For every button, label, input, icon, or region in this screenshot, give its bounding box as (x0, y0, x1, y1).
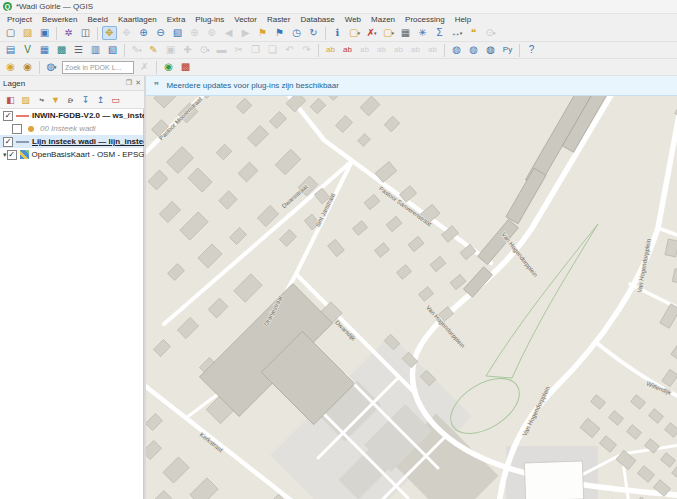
add-raster-layer-icon[interactable]: ▦ (37, 43, 52, 57)
style-manager-icon[interactable]: ✲ (61, 26, 76, 40)
dropdown-arrow-icon[interactable]: ▾ (357, 26, 360, 40)
layers-panel: Lagen ❐ ✕ ◧▨◔▾▼ε▾↧↥▭ ✓INWIN-FGDB-V2.0 — … (0, 76, 144, 499)
dropdown-arrow-icon[interactable]: ▾ (374, 26, 377, 40)
pin-labels-icon: ab (357, 43, 372, 57)
menu-raster[interactable]: Raster (262, 15, 296, 24)
add-postgis-layer-icon[interactable]: ▥ (88, 43, 103, 57)
statistics-summary-icon[interactable]: Σ (432, 26, 447, 40)
map-canvas[interactable]: Pastoor MoorenstraatSint JanstraatPastoo… (146, 76, 677, 499)
menu-plug-ins[interactable]: Plug-ins (190, 15, 229, 24)
nlextract-tools-icon[interactable]: ▩ (178, 60, 193, 74)
add-feature-icon: ✚ (180, 43, 195, 57)
cut-features-icon: ✂ (231, 43, 246, 57)
layer-labeling-icon[interactable]: ab (323, 43, 338, 57)
layout-manager-icon[interactable]: ◫ (78, 26, 93, 40)
help-contents-icon[interactable]: ? (524, 43, 539, 57)
pan-map-icon[interactable]: ✥ (102, 26, 117, 40)
new-bookmark-icon[interactable]: ⚑ (255, 26, 270, 40)
bgt-import-plugin-icon[interactable]: ◉ (20, 60, 35, 74)
dropdown-arrow-icon[interactable]: ▾ (493, 26, 496, 40)
layer-item[interactable]: ✓INWIN-FGDB-V2.0 — ws_insteeklijn (0, 109, 143, 122)
zoom-full-icon[interactable]: ▧ (170, 26, 185, 40)
menu-web[interactable]: Web (340, 15, 366, 24)
processing-toolbox-icon[interactable]: ✳ (415, 26, 430, 40)
dropdown-arrow-icon[interactable]: ▾ (460, 26, 463, 40)
pdok-search-input[interactable] (62, 61, 134, 74)
dropdown-arrow-icon[interactable]: ▾ (71, 93, 74, 107)
select-by-value-icon[interactable]: ▢▾ (381, 26, 396, 40)
dropdown-arrow-icon[interactable]: ▾ (41, 93, 44, 107)
dropdown-arrow-icon[interactable]: ▾ (207, 43, 210, 57)
toolbar-separator (318, 44, 319, 57)
toolbar-datasource-digitizing: ▤V▦▩☰▥▧✎▾✎▣✚⊙▾▬✂❐❏↶↷ababababababab◍◍◍Py? (0, 42, 677, 59)
temporal-controller-icon[interactable]: ◷ (289, 26, 304, 40)
identify-features-icon[interactable]: ℹ (330, 26, 345, 40)
menu-vector[interactable]: Vector (229, 15, 262, 24)
vertex-tool-icon: ⊙▾ (197, 43, 212, 57)
expand-all-icon[interactable]: ↧ (79, 94, 92, 106)
add-wms-layer-icon[interactable]: ▧ (105, 43, 120, 57)
layer-item[interactable]: 00 Insteek wadi (0, 122, 143, 135)
toolbar-separator (444, 44, 445, 57)
window-title: *Wadi Goirle — QGIS (16, 2, 93, 11)
dropdown-arrow-icon[interactable]: ▾ (391, 26, 394, 40)
add-vector-layer-icon[interactable]: V (20, 43, 35, 57)
menu-help[interactable]: Help (450, 15, 476, 24)
remove-layer-icon[interactable]: ▭ (109, 94, 122, 106)
menu-processing[interactable]: Processing (400, 15, 450, 24)
menu-beeld[interactable]: Beeld (82, 15, 112, 24)
zoom-in-icon[interactable]: ⊕ (136, 26, 151, 40)
layer-visibility-checkbox[interactable] (12, 124, 22, 134)
filter-by-expression-icon[interactable]: ε▾ (64, 94, 77, 106)
open-project-icon[interactable]: ▨ (20, 26, 35, 40)
dropdown-arrow-icon[interactable]: ▾ (139, 43, 142, 57)
open-layer-styling-icon[interactable]: ◧ (4, 94, 17, 106)
osm-place-search-icon[interactable]: ◍ (483, 43, 498, 57)
pdok-services-plugin-icon[interactable]: ◉ (3, 60, 18, 74)
collapse-all-icon[interactable]: ↥ (94, 94, 107, 106)
layer-item[interactable]: ▾✓OpenBasisKaart - OSM - EPSG:28992 (0, 148, 143, 161)
menu-project[interactable]: Project (2, 15, 37, 24)
map-tips-icon[interactable]: ❝ (466, 26, 481, 40)
dropdown-arrow-icon[interactable]: ▾ (54, 60, 57, 74)
qgis-resources-icon[interactable]: ◍ (466, 43, 481, 57)
layer-visibility-checkbox[interactable]: ✓ (3, 137, 13, 147)
message-bar-text[interactable]: Meerdere updates voor plug-ins zijn besc… (166, 81, 339, 90)
zoom-last-icon: ◀ (221, 26, 236, 40)
delete-selected-icon: ▬ (214, 43, 229, 57)
zoom-out-icon[interactable]: ⊖ (153, 26, 168, 40)
close-panel-button[interactable]: ✕ (135, 79, 141, 87)
layer-visibility-checkbox[interactable]: ✓ (3, 111, 13, 121)
python-console-icon[interactable]: Py (500, 43, 515, 57)
menu-database[interactable]: Database (295, 15, 339, 24)
deselect-features-icon[interactable]: ✗▾ (364, 26, 379, 40)
layer-visibility-checkbox[interactable]: ✓ (7, 150, 17, 160)
toggle-editing-icon[interactable]: ✎ (146, 43, 161, 57)
float-panel-button[interactable]: ❐ (126, 79, 132, 87)
pdok-geocoder-icon[interactable]: ◉ (161, 60, 176, 74)
add-mesh-layer-icon[interactable]: ▩ (54, 43, 69, 57)
open-attribute-table-icon[interactable]: ▦ (398, 26, 413, 40)
menu-kaartlagen[interactable]: Kaartlagen (113, 15, 162, 24)
layer-diagram-icon[interactable]: ab (340, 43, 355, 57)
toolbar-plugins-pdok: ◉◉◍▾✗◉▩ (0, 59, 677, 76)
pan-to-selection-icon: ✥ (119, 26, 134, 40)
layer-item[interactable]: ✓Lijn insteek wadi — lijn_insteek_wadi (0, 135, 143, 148)
menu-mazen[interactable]: Mazen (366, 15, 400, 24)
add-group-icon[interactable]: ▨ (19, 94, 32, 106)
metasearch-icon[interactable]: ◍ (449, 43, 464, 57)
menu-bewerken[interactable]: Bewerken (37, 15, 83, 24)
select-features-icon[interactable]: ▢▾ (347, 26, 362, 40)
toolbar-separator (97, 27, 98, 40)
pdok-locatieserver-icon[interactable]: ◍▾ (44, 60, 59, 74)
manage-map-themes-icon[interactable]: ◔▾ (34, 94, 47, 106)
menu-extra[interactable]: Extra (162, 15, 191, 24)
show-bookmarks-icon[interactable]: ⚑ (272, 26, 287, 40)
new-project-icon[interactable]: ▢ (3, 26, 18, 40)
refresh-map-icon[interactable]: ↻ (306, 26, 321, 40)
filter-legend-icon[interactable]: ▼ (49, 94, 62, 106)
datasource-manager-icon[interactable]: ▤ (3, 43, 18, 57)
save-project-icon[interactable]: ▣ (37, 26, 52, 40)
add-delimited-text-icon[interactable]: ☰ (71, 43, 86, 57)
measure-icon[interactable]: ↔▾ (449, 26, 464, 40)
